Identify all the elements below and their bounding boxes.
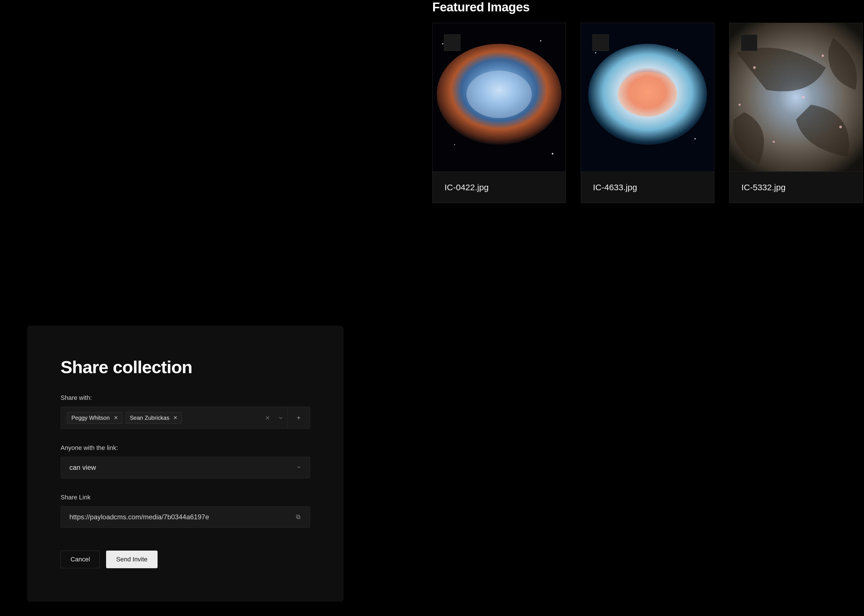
share-link-field[interactable]: https://payloadcms.com/media/7b0344a6197… bbox=[61, 506, 310, 528]
image-filename: IC-5332.jpg bbox=[741, 182, 785, 192]
svg-rect-20 bbox=[297, 516, 300, 519]
share-with-label: Share with: bbox=[61, 394, 310, 402]
dropdown-toggle[interactable] bbox=[274, 407, 287, 429]
svg-point-18 bbox=[802, 96, 804, 98]
featured-title: Featured Images bbox=[432, 0, 864, 14]
svg-point-2 bbox=[467, 71, 532, 118]
chips-area[interactable]: Peggy Whitson ✕ Sean Zubrickas ✕ bbox=[61, 407, 261, 429]
svg-point-17 bbox=[773, 141, 775, 143]
user-chip[interactable]: Peggy Whitson ✕ bbox=[67, 412, 122, 424]
image-caption: IC-5332.jpg bbox=[729, 171, 862, 203]
cancel-button-label: Cancel bbox=[71, 556, 90, 563]
chip-name: Sean Zubrickas bbox=[130, 415, 170, 421]
remove-chip-icon[interactable]: ✕ bbox=[114, 415, 118, 420]
modal-actions: Cancel Send Invite bbox=[61, 551, 310, 568]
svg-point-19 bbox=[738, 104, 741, 105]
link-access-select[interactable]: can view bbox=[61, 457, 310, 478]
select-checkbox[interactable] bbox=[741, 35, 757, 51]
svg-point-4 bbox=[442, 43, 443, 44]
svg-point-3 bbox=[552, 153, 553, 154]
svg-point-11 bbox=[694, 138, 696, 139]
svg-point-14 bbox=[753, 66, 756, 69]
share-with-input[interactable]: Peggy Whitson ✕ Sean Zubrickas ✕ bbox=[61, 407, 310, 429]
add-user-button[interactable] bbox=[287, 407, 310, 429]
select-checkbox[interactable] bbox=[444, 35, 460, 51]
svg-rect-21 bbox=[296, 515, 299, 518]
svg-point-16 bbox=[839, 126, 842, 128]
svg-point-15 bbox=[822, 55, 824, 57]
featured-images-section: Featured Images bbox=[432, 0, 864, 203]
chevron-down-icon bbox=[297, 465, 301, 471]
svg-point-5 bbox=[540, 40, 541, 41]
image-card[interactable]: IC-0422.jpg bbox=[432, 23, 566, 203]
image-thumbnail bbox=[581, 23, 714, 171]
remove-chip-icon[interactable]: ✕ bbox=[173, 415, 178, 420]
image-card[interactable]: IC-5332.jpg bbox=[729, 23, 863, 203]
modal-title: Share collection bbox=[61, 357, 310, 377]
select-checkbox[interactable] bbox=[592, 35, 609, 51]
share-collection-modal: Share collection Share with: Peggy Whits… bbox=[27, 325, 344, 602]
image-caption: IC-0422.jpg bbox=[432, 171, 566, 203]
image-filename: IC-4633.jpg bbox=[593, 182, 637, 192]
copy-link-button[interactable] bbox=[295, 514, 301, 520]
send-invite-button-label: Send Invite bbox=[116, 556, 147, 563]
cancel-button[interactable]: Cancel bbox=[61, 551, 100, 568]
svg-point-6 bbox=[454, 144, 455, 145]
copy-icon bbox=[295, 514, 301, 520]
link-access-value: can view bbox=[69, 464, 96, 471]
send-invite-button[interactable]: Send Invite bbox=[106, 551, 157, 568]
image-thumbnail bbox=[432, 23, 566, 171]
gallery-row: IC-0422.jpg bbox=[432, 23, 864, 203]
image-filename: IC-0422.jpg bbox=[445, 182, 489, 192]
svg-point-10 bbox=[595, 52, 596, 53]
plus-icon bbox=[296, 415, 301, 420]
clear-all-button[interactable] bbox=[261, 407, 274, 429]
link-access-label: Anyone with the link: bbox=[61, 444, 310, 452]
close-icon bbox=[265, 415, 270, 420]
image-caption: IC-4633.jpg bbox=[581, 171, 714, 203]
chip-name: Peggy Whitson bbox=[71, 415, 110, 421]
user-chip[interactable]: Sean Zubrickas ✕ bbox=[126, 412, 182, 424]
chevron-down-icon bbox=[278, 415, 283, 420]
image-thumbnail bbox=[729, 23, 862, 171]
svg-point-12 bbox=[677, 49, 678, 50]
share-link-label: Share Link bbox=[61, 494, 310, 501]
svg-point-9 bbox=[618, 72, 677, 116]
share-link-value: https://payloadcms.com/media/7b0344a6197… bbox=[69, 513, 209, 521]
image-card[interactable]: IC-4633.jpg bbox=[581, 23, 715, 203]
share-with-actions bbox=[261, 407, 310, 429]
